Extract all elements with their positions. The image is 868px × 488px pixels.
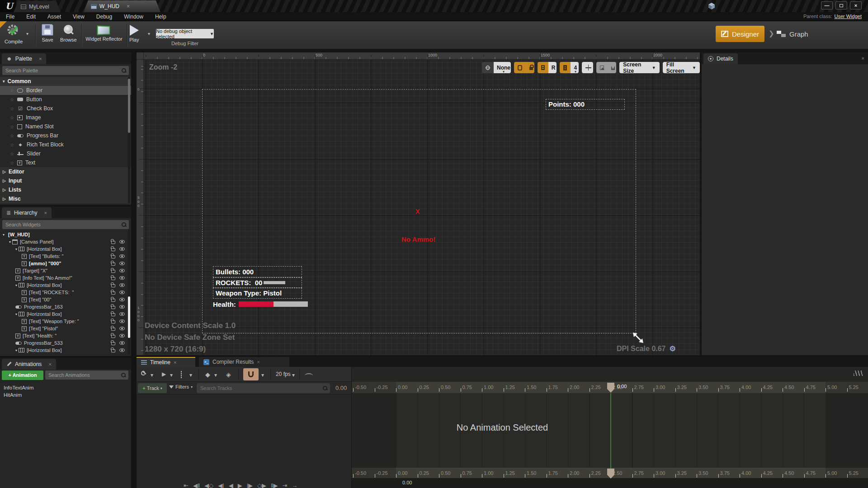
visibility-eye-icon[interactable] bbox=[119, 254, 125, 258]
resize-handle-icon[interactable] bbox=[632, 333, 645, 344]
details-close-icon[interactable]: × bbox=[862, 56, 864, 61]
timeline-tab[interactable]: Timeline × bbox=[137, 357, 195, 367]
hierarchy-row[interactable]: ▾[Horizontal Box] bbox=[0, 310, 131, 318]
details-tab[interactable]: Details bbox=[703, 53, 738, 64]
palette-category-input[interactable]: ▷Input bbox=[0, 176, 131, 185]
palette-category-misc[interactable]: ▷Misc bbox=[0, 194, 131, 203]
hud-bullets-text[interactable]: Bullets: 000 bbox=[213, 266, 302, 277]
flip-preview-button[interactable] bbox=[608, 62, 617, 73]
visibility-eye-icon[interactable] bbox=[119, 269, 125, 272]
preview-language-dropdown[interactable]: None ▾ bbox=[494, 62, 511, 73]
palette-item-rich-text-block[interactable]: ☆◆Rich Text Block bbox=[0, 140, 131, 149]
expander-icon[interactable]: ▾ bbox=[3, 233, 5, 237]
transport-button[interactable]: ◇▶ bbox=[257, 482, 266, 488]
respect-locks-button[interactable] bbox=[538, 62, 548, 73]
lock-icon[interactable] bbox=[111, 320, 115, 324]
palette-search-input[interactable] bbox=[2, 66, 129, 75]
animations-search-input[interactable] bbox=[45, 371, 128, 380]
widget-reflector-button[interactable]: Widget Reflector bbox=[84, 24, 124, 42]
designer-mode-button[interactable]: Designer bbox=[716, 26, 764, 42]
menu-file[interactable]: File bbox=[0, 14, 20, 20]
visibility-eye-icon[interactable] bbox=[119, 348, 125, 352]
visibility-eye-icon[interactable] bbox=[119, 327, 125, 330]
add-keyframe-button[interactable]: ◆ bbox=[205, 371, 210, 378]
localization-preview-button[interactable] bbox=[482, 62, 494, 73]
hierarchy-row[interactable]: ProgressBar_533 bbox=[0, 339, 131, 347]
visibility-eye-icon[interactable] bbox=[119, 312, 125, 316]
visibility-eye-icon[interactable] bbox=[119, 341, 125, 345]
transport-button[interactable]: → bbox=[292, 482, 297, 488]
compile-dropdown-icon[interactable]: ▾ bbox=[26, 31, 28, 36]
favorite-star-icon[interactable]: ☆ bbox=[10, 142, 14, 147]
snap-button[interactable] bbox=[243, 368, 259, 380]
hud-rockets-row[interactable]: ROCKETS: 00 bbox=[213, 277, 302, 288]
visibility-eye-icon[interactable] bbox=[119, 240, 125, 244]
menu-window[interactable]: Window bbox=[118, 14, 149, 20]
expander-icon[interactable]: ▾ bbox=[15, 283, 17, 287]
auto-key-button[interactable]: ◈ bbox=[226, 371, 231, 378]
hierarchy-row[interactable]: ▾[Horizontal Box] bbox=[0, 245, 131, 253]
hierarchy-row[interactable]: ▾[Horizontal Box] bbox=[0, 282, 131, 289]
visibility-eye-icon[interactable] bbox=[119, 298, 125, 301]
menu-debug[interactable]: Debug bbox=[90, 14, 118, 20]
transform-mode-button[interactable] bbox=[582, 62, 593, 73]
visibility-eye-icon[interactable] bbox=[119, 276, 125, 280]
hierarchy-scrollbar[interactable] bbox=[128, 230, 130, 354]
select-edit-button[interactable] bbox=[181, 371, 182, 378]
expander-icon[interactable]: ▾ bbox=[15, 312, 17, 316]
play-button[interactable]: Play bbox=[129, 24, 139, 42]
lock-icon[interactable] bbox=[111, 277, 115, 280]
favorite-star-icon[interactable]: ☆ bbox=[10, 133, 14, 138]
lock-icon[interactable] bbox=[111, 255, 115, 258]
close-button[interactable]: × bbox=[850, 1, 862, 9]
lock-icon[interactable] bbox=[111, 349, 115, 352]
favorite-star-icon[interactable]: ☆ bbox=[10, 160, 14, 165]
menu-edit[interactable]: Edit bbox=[20, 14, 42, 20]
preview-background-button[interactable] bbox=[596, 62, 608, 73]
hierarchy-row[interactable]: ProgressBar_163 bbox=[0, 303, 131, 310]
palette-item-button[interactable]: ☆Button bbox=[0, 95, 131, 104]
track-search-input[interactable] bbox=[197, 383, 330, 393]
health-progressbar[interactable] bbox=[239, 301, 308, 307]
transport-button[interactable]: ⇥ bbox=[282, 482, 287, 488]
transport-button[interactable]: ‖▶ bbox=[271, 482, 278, 488]
lock-icon[interactable] bbox=[111, 342, 115, 345]
hud-info-text[interactable]: No Ammo! bbox=[401, 235, 435, 243]
minimize-button[interactable]: — bbox=[821, 1, 833, 9]
hierarchy-row[interactable]: T[Info Text] "No Ammo!" bbox=[0, 274, 131, 282]
hud-points-text[interactable]: Points: 000 bbox=[546, 99, 625, 110]
playhead-line[interactable] bbox=[610, 393, 611, 478]
hierarchy-search-input[interactable] bbox=[2, 220, 129, 229]
visibility-eye-icon[interactable] bbox=[119, 305, 125, 309]
palette-item-progress-bar[interactable]: ☆Progress Bar bbox=[0, 131, 131, 140]
add-track-button[interactable]: + Track ▾ bbox=[138, 383, 167, 393]
favorite-star-icon[interactable]: ☆ bbox=[10, 106, 14, 111]
hud-weapon-text[interactable]: Weapon Type: Pistol bbox=[213, 288, 302, 299]
design-grid[interactable]: Zoom -2 Points: 000 X No Ammo! Bullets: … bbox=[144, 60, 700, 355]
hierarchy-row[interactable]: T[Target] "X" bbox=[0, 267, 131, 274]
screen-size-dropdown[interactable]: Screen Size ▼ bbox=[619, 62, 659, 73]
menu-asset[interactable]: Asset bbox=[42, 14, 67, 20]
parent-class-link[interactable]: User Widget bbox=[834, 14, 862, 19]
compile-button[interactable]: Compile bbox=[5, 24, 23, 44]
expander-icon[interactable]: ▾ bbox=[15, 348, 17, 352]
hierarchy-row[interactable]: T[ammo] "000" bbox=[0, 260, 131, 267]
visibility-eye-icon[interactable] bbox=[119, 291, 125, 294]
hierarchy-row[interactable]: T[Text] "Health: " bbox=[0, 332, 131, 339]
debug-object-dropdown[interactable]: No debug object selected ▼ bbox=[156, 29, 214, 38]
palette-item-border[interactable]: ☆Border bbox=[0, 86, 131, 95]
grid-size-dropdown[interactable]: 4 ▾ bbox=[571, 62, 579, 73]
hud-health-label[interactable]: Health: bbox=[213, 300, 236, 310]
palette-category-common[interactable]: ▾ Common bbox=[0, 77, 131, 86]
transport-button[interactable]: ◀| bbox=[218, 482, 224, 488]
transport-button[interactable]: ◀◇ bbox=[204, 482, 213, 488]
palette-category-lists[interactable]: ▷Lists bbox=[0, 185, 131, 194]
animations-tab-close-icon[interactable]: × bbox=[48, 361, 51, 367]
fps-dropdown-icon[interactable]: ▾ bbox=[292, 372, 295, 378]
dpi-settings-gear-icon[interactable]: ⚙ bbox=[670, 344, 676, 353]
hierarchy-row[interactable]: T[Text] "Weapon Type: " bbox=[0, 318, 131, 325]
tab-mylevel[interactable]: MyLevel bbox=[14, 1, 61, 12]
wrench-dropdown-icon[interactable]: ▾ bbox=[151, 372, 153, 378]
visibility-eye-icon[interactable] bbox=[119, 262, 125, 265]
save-button[interactable]: Save bbox=[42, 24, 53, 42]
